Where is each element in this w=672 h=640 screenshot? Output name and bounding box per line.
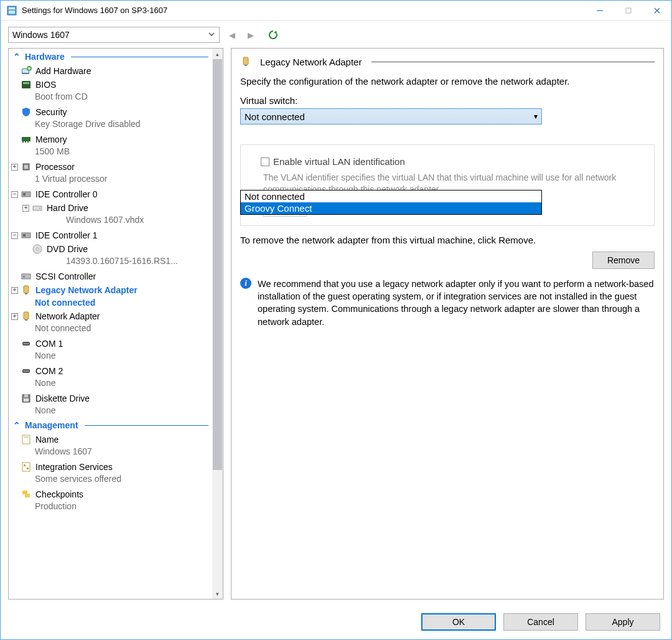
svg-point-37 [26, 370, 27, 372]
svg-rect-17 [24, 165, 28, 169]
chevron-down-icon: ▾ [534, 112, 538, 121]
svg-rect-30 [25, 319, 27, 321]
collapse-icon[interactable]: − [11, 232, 18, 239]
info-icon: i [240, 278, 251, 289]
tree-sub-com2: None [9, 377, 212, 389]
reload-button[interactable] [267, 28, 279, 42]
tree-section-management[interactable]: ⌃ Management [9, 418, 212, 432]
minimize-button[interactable] [586, 1, 614, 21]
vm-selector[interactable]: Windows 1607 [8, 27, 220, 43]
svg-rect-27 [24, 286, 29, 293]
remove-button[interactable]: Remove [592, 252, 655, 269]
scroll-up-icon[interactable]: ▴ [212, 49, 223, 59]
tree-item-network-adapter[interactable]: + Network Adapter Not connected [9, 309, 212, 336]
network-adapter-icon [240, 56, 251, 67]
toolbar: Windows 1607 ◀ ▶ [1, 21, 671, 48]
ok-button[interactable]: OK [421, 613, 496, 631]
svg-rect-23 [23, 234, 26, 237]
processor-icon [21, 161, 32, 172]
tree-item-memory[interactable]: Memory 1500 MB [9, 132, 212, 159]
tree-item-hard-drive[interactable]: + Hard Drive Windows 1607.vhdx [9, 200, 212, 228]
nav-back-button[interactable]: ◀ [226, 28, 238, 42]
dropdown-option[interactable]: Not connected [241, 191, 541, 202]
vswitch-dropdown[interactable]: Not connected Groovy Connect [240, 190, 542, 215]
info-text: We recommend that you use a legacy netwo… [258, 278, 655, 328]
collapse-icon[interactable]: − [11, 191, 18, 198]
apply-button[interactable]: Apply [586, 613, 660, 631]
dialog-buttons: OK Cancel Apply [1, 606, 671, 639]
tree-sub-integration: Some services offered [9, 473, 212, 485]
tree-section-hardware[interactable]: ⌃ Hardware [9, 50, 212, 64]
svg-rect-40 [24, 395, 28, 397]
hard-drive-icon [32, 202, 43, 214]
tree-sub-security: Key Storage Drive disabled [9, 118, 212, 130]
chevron-down-icon [208, 30, 215, 40]
tree-sub-hard-drive: Windows 1607.vhdx [20, 214, 212, 226]
tree-item-ide1[interactable]: − IDE Controller 1 [9, 228, 212, 242]
expand-icon[interactable]: + [22, 205, 29, 212]
tree-sub-diskette: None [9, 404, 212, 416]
tree-item-com1[interactable]: COM 1 None [9, 336, 212, 364]
diskette-icon [21, 393, 32, 404]
vlan-checkbox[interactable] [261, 158, 269, 166]
tree-sub-bios: Boot from CD [9, 90, 212, 103]
svg-rect-41 [24, 398, 29, 402]
tree-item-checkpoints[interactable]: Checkpoints Production [9, 487, 212, 514]
svg-rect-28 [25, 293, 27, 294]
svg-rect-45 [24, 464, 26, 466]
tree-item-legacy-network-adapter[interactable]: + Legacy Network Adapter Not connected [9, 283, 212, 309]
tree-sub-checkpoints: Production [9, 500, 212, 512]
controller-icon [21, 230, 32, 241]
scsi-icon [21, 271, 32, 282]
svg-rect-2 [9, 11, 15, 14]
cancel-button[interactable]: Cancel [503, 613, 578, 631]
tree-sub-na: Not connected [9, 322, 212, 334]
tree-item-processor[interactable]: + Processor 1 Virtual processor [9, 159, 212, 187]
tree-item-diskette[interactable]: Diskette Drive None [9, 391, 212, 418]
svg-rect-19 [23, 193, 26, 195]
tree-item-scsi[interactable]: SCSI Controller [9, 269, 212, 283]
scroll-thumb[interactable] [213, 59, 222, 470]
svg-point-33 [26, 343, 27, 344]
vswitch-value: Not connected [245, 111, 305, 122]
svg-rect-14 [25, 141, 26, 143]
svg-rect-15 [27, 141, 29, 143]
tree-item-dvd-drive[interactable]: DVD Drive 14393.0.160715-1616.RS1... [9, 242, 212, 269]
tree-item-ide0[interactable]: − IDE Controller 0 [9, 187, 212, 200]
detail-panel: Legacy Network Adapter Specify the confi… [231, 48, 664, 600]
svg-rect-49 [243, 57, 248, 65]
tree-item-name[interactable]: Name Windows 1607 [9, 432, 212, 459]
nav-forward-button[interactable]: ▶ [245, 28, 257, 42]
svg-rect-29 [24, 312, 29, 319]
tree-scrollbar[interactable]: ▴ ▾ [212, 49, 223, 599]
close-button[interactable] [643, 1, 671, 21]
tree-item-com2[interactable]: COM 2 None [9, 364, 212, 391]
panel-header: Legacy Network Adapter [240, 56, 655, 67]
svg-point-36 [24, 370, 25, 372]
svg-point-32 [24, 343, 25, 344]
vm-selector-value: Windows 1607 [12, 30, 70, 40]
network-adapter-icon [21, 285, 32, 296]
window-title: Settings for Windows 1607 on SP3-1607 [22, 6, 586, 15]
dropdown-option[interactable]: Groovy Connect [241, 202, 541, 214]
tree-sub-processor: 1 Virtual processor [9, 172, 212, 185]
tree-item-integration[interactable]: Integration Services Some services offer… [9, 459, 212, 487]
maximize-button[interactable] [614, 1, 643, 21]
svg-point-34 [27, 343, 29, 344]
controller-icon [21, 189, 32, 200]
vlan-checkbox-label: Enable virtual LAN identification [273, 156, 405, 167]
tree-item-bios[interactable]: BIOS Boot from CD [9, 77, 212, 105]
expand-icon[interactable]: + [11, 287, 18, 294]
svg-rect-46 [27, 468, 29, 469]
settings-tree: ⌃ Hardware Add Hardware BIOS Boot fro [8, 48, 223, 600]
vswitch-combo[interactable]: Not connected ▾ [240, 108, 542, 125]
tree-item-add-hardware[interactable]: Add Hardware [9, 64, 212, 77]
scroll-down-icon[interactable]: ▾ [212, 588, 223, 599]
tree-sub-com1: None [9, 349, 212, 362]
svg-rect-48 [25, 494, 30, 497]
vswitch-label: Virtual switch: [240, 95, 655, 106]
tree-item-security[interactable]: Security Key Storage Drive disabled [9, 105, 212, 132]
expand-icon[interactable]: + [11, 164, 18, 171]
svg-rect-12 [22, 137, 30, 141]
expand-icon[interactable]: + [11, 313, 18, 320]
